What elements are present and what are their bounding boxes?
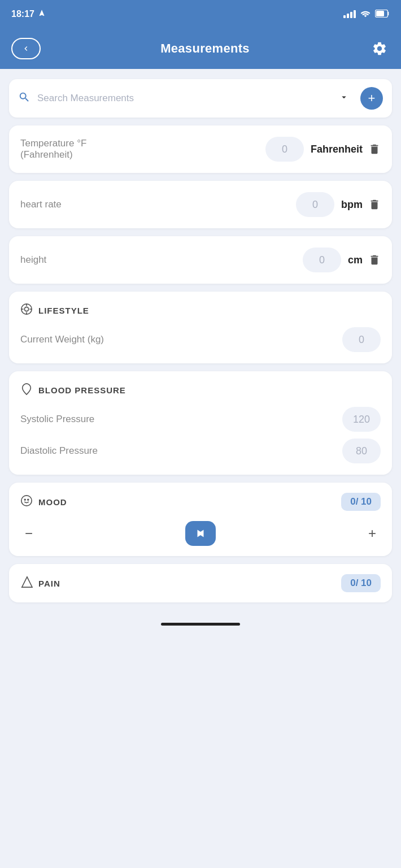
- weight-value[interactable]: 0: [342, 327, 381, 352]
- wifi-icon: [360, 10, 371, 19]
- heart-rate-delete-button[interactable]: [368, 198, 381, 211]
- status-time: 18:17: [11, 9, 34, 19]
- home-indicator: [0, 613, 401, 630]
- temperature-unit: Fahrenheit: [311, 144, 363, 155]
- app-header: Measurements: [0, 28, 401, 69]
- navigation-arrow-icon: [38, 9, 46, 19]
- height-value[interactable]: 0: [303, 248, 341, 272]
- blood-pressure-section: BLOOD PRESSURE Systolic Pressure 120 Dia…: [9, 371, 392, 475]
- search-bar: Search Measurements +: [9, 79, 392, 118]
- height-delete-button[interactable]: [368, 254, 381, 266]
- diastolic-value[interactable]: 80: [342, 439, 381, 463]
- heart-rate-value[interactable]: 0: [296, 192, 334, 217]
- mood-increase-button[interactable]: +: [364, 526, 381, 541]
- pain-score: 0/ 10: [341, 574, 381, 592]
- heart-rate-unit: bpm: [341, 199, 363, 211]
- systolic-value[interactable]: 120: [342, 407, 381, 432]
- heart-rate-label: heart rate: [20, 199, 296, 210]
- battery-icon: [375, 10, 390, 19]
- lifestyle-section: LIFESTYLE Current Weight (kg) 0: [9, 292, 392, 363]
- diastolic-row: Diastolic Pressure 80: [20, 439, 381, 463]
- add-measurement-button[interactable]: +: [360, 87, 383, 110]
- systolic-label: Systolic Pressure: [20, 414, 342, 425]
- height-card: height 0 cm: [9, 236, 392, 284]
- height-unit: cm: [348, 254, 363, 266]
- page-title: Measurements: [160, 41, 250, 56]
- chevron-down-icon[interactable]: [339, 92, 349, 105]
- mood-slider-thumb[interactable]: [185, 521, 216, 546]
- systolic-row: Systolic Pressure 120: [20, 407, 381, 432]
- main-content: Search Measurements + Temperature °F(Fah…: [0, 69, 401, 613]
- temperature-value[interactable]: 0: [265, 137, 304, 162]
- signal-icon: [343, 10, 356, 18]
- svg-point-3: [24, 307, 28, 311]
- settings-button[interactable]: [369, 38, 390, 59]
- mood-icon: [20, 494, 33, 509]
- lifestyle-icon: [20, 303, 33, 318]
- mood-section: MOOD 0/ 10 − +: [9, 483, 392, 556]
- height-label: height: [20, 254, 303, 266]
- home-bar: [161, 623, 240, 626]
- blood-pressure-title: BLOOD PRESSURE: [38, 385, 126, 395]
- pain-title: PAIN: [38, 579, 60, 588]
- temperature-delete-button[interactable]: [368, 143, 381, 155]
- mood-decrease-button[interactable]: −: [20, 526, 37, 541]
- mood-title: MOOD: [38, 497, 67, 507]
- pain-section: PAIN 0/ 10: [9, 564, 392, 602]
- back-button[interactable]: [11, 38, 41, 59]
- svg-rect-1: [376, 11, 384, 16]
- mood-score: 0/ 10: [341, 493, 381, 511]
- svg-point-8: [21, 496, 32, 506]
- weight-label: Current Weight (kg): [20, 334, 342, 345]
- status-bar: 18:17: [0, 0, 401, 28]
- svg-point-9: [24, 499, 25, 500]
- temperature-card: Temperature °F(Fahrenheit) 0 Fahrenheit: [9, 125, 392, 173]
- svg-marker-11: [22, 577, 32, 587]
- diastolic-label: Diastolic Pressure: [20, 445, 342, 457]
- search-placeholder[interactable]: Search Measurements: [37, 93, 332, 104]
- search-icon: [18, 91, 30, 106]
- blood-pressure-icon: [20, 383, 33, 398]
- lifestyle-title: LIFESTYLE: [38, 306, 89, 315]
- heart-rate-card: heart rate 0 bpm: [9, 181, 392, 228]
- weight-row: Current Weight (kg) 0: [20, 327, 381, 352]
- temperature-label: Temperature °F(Fahrenheit): [20, 138, 265, 160]
- pain-icon: [20, 576, 33, 591]
- svg-point-10: [28, 499, 29, 500]
